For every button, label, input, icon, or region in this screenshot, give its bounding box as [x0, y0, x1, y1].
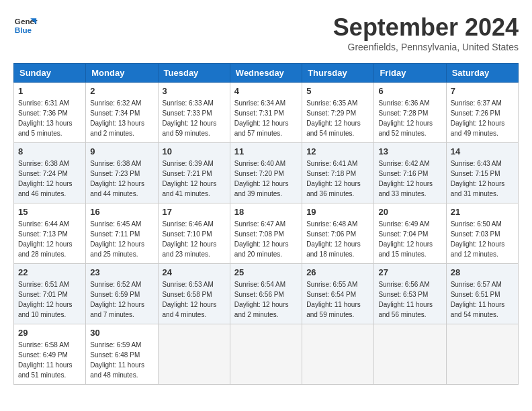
calendar-cell	[302, 324, 374, 385]
day-number: 3	[163, 86, 226, 96]
day-info: Sunrise: 6:32 AM Sunset: 7:34 PM Dayligh…	[90, 98, 153, 138]
calendar-cell: 11Sunrise: 6:40 AM Sunset: 7:20 PM Dayli…	[230, 143, 302, 203]
day-info: Sunrise: 6:49 AM Sunset: 7:04 PM Dayligh…	[378, 219, 441, 259]
calendar-cell	[230, 324, 302, 385]
day-number: 23	[90, 267, 153, 277]
day-number: 6	[378, 86, 441, 96]
day-info: Sunrise: 6:42 AM Sunset: 7:16 PM Dayligh…	[378, 158, 441, 199]
calendar-cell	[374, 324, 446, 385]
calendar-cell: 24Sunrise: 6:53 AM Sunset: 6:58 PM Dayli…	[158, 264, 230, 324]
day-info: Sunrise: 6:53 AM Sunset: 6:58 PM Dayligh…	[163, 279, 226, 320]
day-info: Sunrise: 6:39 AM Sunset: 7:21 PM Dayligh…	[163, 158, 226, 199]
day-number: 24	[163, 267, 226, 277]
calendar-week-1: 1Sunrise: 6:31 AM Sunset: 7:36 PM Daylig…	[14, 83, 519, 143]
day-number: 22	[18, 267, 81, 277]
day-number: 30	[90, 328, 153, 338]
day-info: Sunrise: 6:44 AM Sunset: 7:13 PM Dayligh…	[18, 219, 81, 259]
weekday-header-monday: Monday	[86, 64, 158, 83]
calendar-cell	[446, 324, 518, 385]
calendar-cell: 7Sunrise: 6:37 AM Sunset: 7:26 PM Daylig…	[446, 83, 518, 143]
day-number: 15	[18, 207, 81, 217]
day-info: Sunrise: 6:43 AM Sunset: 7:15 PM Dayligh…	[451, 158, 514, 199]
day-info: Sunrise: 6:38 AM Sunset: 7:23 PM Dayligh…	[90, 158, 153, 199]
day-info: Sunrise: 6:46 AM Sunset: 7:10 PM Dayligh…	[163, 219, 226, 259]
day-info: Sunrise: 6:55 AM Sunset: 6:54 PM Dayligh…	[306, 279, 369, 320]
day-number: 2	[90, 86, 153, 96]
day-number: 20	[378, 207, 441, 217]
day-number: 13	[378, 146, 441, 156]
calendar-cell: 9Sunrise: 6:38 AM Sunset: 7:23 PM Daylig…	[86, 143, 158, 203]
day-info: Sunrise: 6:40 AM Sunset: 7:20 PM Dayligh…	[234, 158, 298, 199]
calendar-week-5: 29Sunrise: 6:58 AM Sunset: 6:49 PM Dayli…	[14, 324, 519, 385]
day-number: 18	[234, 207, 298, 217]
calendar-week-2: 8Sunrise: 6:38 AM Sunset: 7:24 PM Daylig…	[14, 143, 519, 203]
day-number: 17	[163, 207, 226, 217]
day-number: 27	[378, 267, 441, 277]
calendar-cell: 29Sunrise: 6:58 AM Sunset: 6:49 PM Dayli…	[14, 324, 86, 385]
day-info: Sunrise: 6:36 AM Sunset: 7:28 PM Dayligh…	[378, 98, 441, 138]
day-number: 12	[306, 146, 369, 156]
calendar-body: 1Sunrise: 6:31 AM Sunset: 7:36 PM Daylig…	[14, 83, 519, 385]
calendar-cell: 12Sunrise: 6:41 AM Sunset: 7:18 PM Dayli…	[302, 143, 374, 203]
calendar-cell: 27Sunrise: 6:56 AM Sunset: 6:53 PM Dayli…	[374, 264, 446, 324]
day-info: Sunrise: 6:33 AM Sunset: 7:33 PM Dayligh…	[163, 98, 226, 138]
calendar-cell: 2Sunrise: 6:32 AM Sunset: 7:34 PM Daylig…	[86, 83, 158, 143]
weekday-header-row: SundayMondayTuesdayWednesdayThursdayFrid…	[14, 64, 519, 83]
page-header: General Blue September 2024 Greenfields,…	[13, 13, 519, 52]
calendar-cell: 10Sunrise: 6:39 AM Sunset: 7:21 PM Dayli…	[158, 143, 230, 203]
day-number: 28	[451, 267, 514, 277]
day-number: 5	[306, 86, 369, 96]
day-number: 14	[451, 146, 514, 156]
day-info: Sunrise: 6:47 AM Sunset: 7:08 PM Dayligh…	[234, 219, 298, 259]
day-info: Sunrise: 6:58 AM Sunset: 6:49 PM Dayligh…	[18, 340, 81, 380]
calendar-cell: 13Sunrise: 6:42 AM Sunset: 7:16 PM Dayli…	[374, 143, 446, 203]
day-number: 7	[451, 86, 514, 96]
day-number: 25	[234, 267, 298, 277]
calendar-cell	[158, 324, 230, 385]
calendar-cell: 15Sunrise: 6:44 AM Sunset: 7:13 PM Dayli…	[14, 203, 86, 264]
month-title: September 2024	[333, 13, 519, 42]
day-info: Sunrise: 6:31 AM Sunset: 7:36 PM Dayligh…	[18, 98, 81, 138]
day-info: Sunrise: 6:41 AM Sunset: 7:18 PM Dayligh…	[306, 158, 369, 199]
day-info: Sunrise: 6:57 AM Sunset: 6:51 PM Dayligh…	[451, 279, 514, 320]
weekday-header-saturday: Saturday	[446, 64, 518, 83]
day-info: Sunrise: 6:59 AM Sunset: 6:48 PM Dayligh…	[90, 340, 153, 380]
calendar-cell: 21Sunrise: 6:50 AM Sunset: 7:03 PM Dayli…	[446, 203, 518, 264]
weekday-header-friday: Friday	[374, 64, 446, 83]
calendar-cell: 14Sunrise: 6:43 AM Sunset: 7:15 PM Dayli…	[446, 143, 518, 203]
calendar-cell: 4Sunrise: 6:34 AM Sunset: 7:31 PM Daylig…	[230, 83, 302, 143]
day-number: 26	[306, 267, 369, 277]
day-number: 4	[234, 86, 298, 96]
weekday-header-thursday: Thursday	[302, 64, 374, 83]
day-number: 11	[234, 146, 298, 156]
day-number: 16	[90, 207, 153, 217]
calendar-cell: 5Sunrise: 6:35 AM Sunset: 7:29 PM Daylig…	[302, 83, 374, 143]
day-number: 1	[18, 86, 81, 96]
day-info: Sunrise: 6:52 AM Sunset: 6:59 PM Dayligh…	[90, 279, 153, 320]
location-subtitle: Greenfields, Pennsylvania, United States	[333, 42, 519, 52]
calendar-header: SundayMondayTuesdayWednesdayThursdayFrid…	[14, 64, 519, 83]
calendar-cell: 20Sunrise: 6:49 AM Sunset: 7:04 PM Dayli…	[374, 203, 446, 264]
day-info: Sunrise: 6:37 AM Sunset: 7:26 PM Dayligh…	[451, 98, 514, 138]
day-info: Sunrise: 6:34 AM Sunset: 7:31 PM Dayligh…	[234, 98, 298, 138]
svg-text:Blue: Blue	[15, 26, 32, 34]
title-block: September 2024 Greenfields, Pennsylvania…	[333, 13, 519, 52]
calendar-cell: 22Sunrise: 6:51 AM Sunset: 7:01 PM Dayli…	[14, 264, 86, 324]
logo: General Blue	[13, 13, 38, 38]
day-info: Sunrise: 6:50 AM Sunset: 7:03 PM Dayligh…	[451, 219, 514, 259]
calendar-cell: 17Sunrise: 6:46 AM Sunset: 7:10 PM Dayli…	[158, 203, 230, 264]
calendar-cell: 28Sunrise: 6:57 AM Sunset: 6:51 PM Dayli…	[446, 264, 518, 324]
calendar-table: SundayMondayTuesdayWednesdayThursdayFrid…	[13, 63, 519, 385]
day-number: 9	[90, 146, 153, 156]
weekday-header-wednesday: Wednesday	[230, 64, 302, 83]
calendar-cell: 16Sunrise: 6:45 AM Sunset: 7:11 PM Dayli…	[86, 203, 158, 264]
day-number: 21	[451, 207, 514, 217]
calendar-cell: 6Sunrise: 6:36 AM Sunset: 7:28 PM Daylig…	[374, 83, 446, 143]
day-number: 29	[18, 328, 81, 338]
day-info: Sunrise: 6:56 AM Sunset: 6:53 PM Dayligh…	[378, 279, 441, 320]
weekday-header-sunday: Sunday	[14, 64, 86, 83]
day-number: 19	[306, 207, 369, 217]
day-info: Sunrise: 6:51 AM Sunset: 7:01 PM Dayligh…	[18, 279, 81, 320]
calendar-week-3: 15Sunrise: 6:44 AM Sunset: 7:13 PM Dayli…	[14, 203, 519, 264]
calendar-cell: 26Sunrise: 6:55 AM Sunset: 6:54 PM Dayli…	[302, 264, 374, 324]
